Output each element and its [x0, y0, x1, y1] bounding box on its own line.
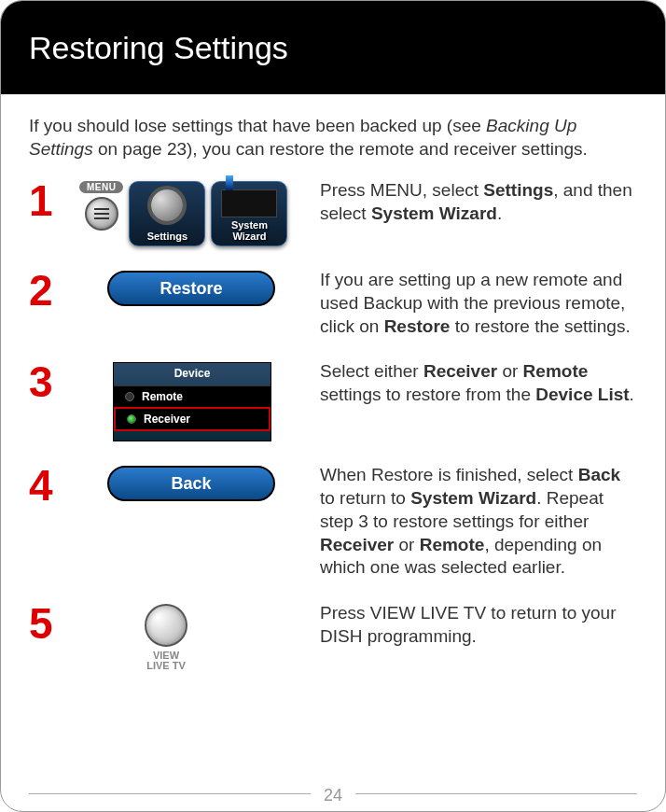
page-number: 24 [1, 786, 665, 805]
step-5: 5 VIEW LIVE TV Press VIEW LIVE TV to ret… [29, 602, 637, 672]
gear-icon [130, 189, 204, 221]
tile2-line2: Wizard [232, 231, 266, 242]
menu-button-group: MENU [79, 181, 123, 231]
restore-button[interactable]: Restore [107, 271, 275, 306]
device-row-remote[interactable]: Remote [114, 385, 271, 407]
receiver-icon [212, 189, 286, 217]
page-content: If you should lose settings that have be… [1, 94, 665, 672]
step-number: 4 [29, 464, 68, 507]
step-graphic: Back [79, 464, 309, 501]
step-instruction: Press MENU, select Settings, and then se… [320, 179, 637, 225]
menu-button[interactable] [85, 197, 118, 231]
page-header: Restoring Settings [1, 1, 665, 94]
step-graphic: VIEW LIVE TV [79, 602, 309, 672]
step-instruction: Select either Receiver or Remote setting… [320, 360, 637, 406]
step-graphic: Device Remote Receiver [79, 360, 309, 441]
menu-label-pill: MENU [79, 181, 123, 193]
view-live-tv-label: VIEW LIVE TV [146, 651, 186, 672]
tile2-line1: System [231, 219, 268, 231]
settings-tile-label: Settings [147, 231, 187, 242]
intro-text: If you should lose settings that have be… [29, 115, 637, 161]
settings-tile[interactable]: Settings [129, 181, 205, 246]
step-instruction: Press VIEW LIVE TV to return to your DIS… [320, 602, 637, 648]
step-instruction: If you are setting up a new remote and u… [320, 269, 637, 338]
system-wizard-tile-label: System Wizard [231, 219, 268, 242]
step-instruction: When Restore is finished, select Back to… [320, 464, 637, 579]
step-number: 1 [29, 179, 68, 222]
view-live-tv-button[interactable] [145, 604, 187, 647]
intro-part2: on page 23), you can restore the remote … [93, 139, 588, 159]
hamburger-icon [94, 208, 109, 219]
view-live-tv-group: VIEW LIVE TV [145, 604, 187, 672]
step-1: 1 MENU Settings Sy [29, 179, 637, 246]
page-title: Restoring Settings [29, 30, 288, 66]
step-3: 3 Device Remote Receiver [29, 360, 637, 441]
step-2: 2 Restore If you are setting up a new re… [29, 269, 637, 338]
step-number: 5 [29, 602, 68, 645]
radio-off-icon [125, 392, 134, 401]
manual-page: Restoring Settings If you should lose se… [0, 0, 666, 812]
step-4: 4 Back When Restore is finished, select … [29, 464, 637, 579]
step-graphic: MENU Settings System Wizard [79, 179, 309, 246]
device-list-panel: Device Remote Receiver [113, 362, 271, 441]
step-number: 2 [29, 269, 68, 312]
device-list-header: Device [114, 363, 271, 385]
back-button[interactable]: Back [107, 466, 275, 501]
device-row-remote-label: Remote [142, 390, 183, 403]
system-wizard-tile[interactable]: System Wizard [211, 181, 287, 246]
intro-part1: If you should lose settings that have be… [29, 116, 486, 135]
device-row-receiver[interactable]: Receiver [114, 407, 271, 431]
steps-list: 1 MENU Settings Sy [29, 179, 637, 672]
radio-on-icon [127, 414, 136, 424]
step-number: 3 [29, 360, 68, 403]
step-graphic: Restore [79, 269, 309, 306]
device-row-receiver-label: Receiver [144, 413, 190, 426]
